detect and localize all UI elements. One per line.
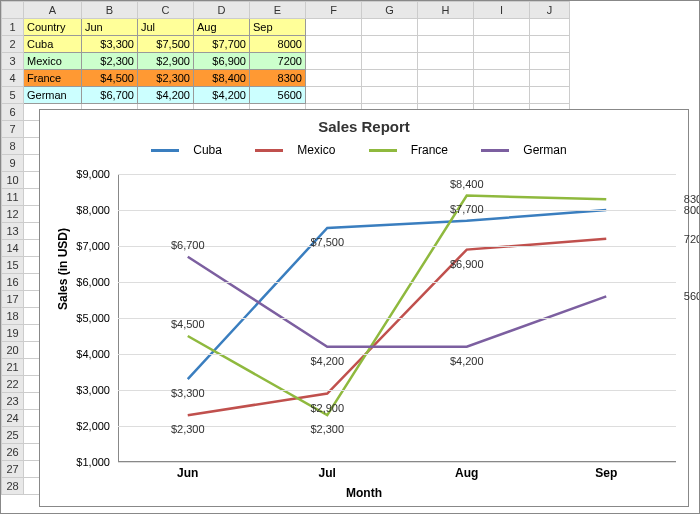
series-line-german (188, 257, 607, 347)
cell-B2[interactable]: $3,300 (82, 36, 138, 53)
y-tick-label: $2,000 (60, 420, 110, 432)
cell-E5[interactable]: 5600 (250, 87, 306, 104)
row-header-4[interactable]: 4 (2, 70, 24, 87)
cell-B4[interactable]: $4,500 (82, 70, 138, 87)
cell-A5[interactable]: German (24, 87, 82, 104)
cell-C4[interactable]: $2,300 (138, 70, 194, 87)
col-header-D[interactable]: D (194, 2, 250, 19)
data-label: $2,300 (310, 423, 344, 435)
y-tick-label: $3,000 (60, 384, 110, 396)
cell-A1[interactable]: Country (24, 19, 82, 36)
cell-C3[interactable]: $2,900 (138, 53, 194, 70)
plot-area: $3,300$7,500$7,7008000$2,300$2,900$6,900… (118, 174, 676, 462)
row-header-18[interactable]: 18 (2, 308, 24, 325)
cell-D2[interactable]: $7,700 (194, 36, 250, 53)
gridline (118, 174, 676, 175)
row-header-20[interactable]: 20 (2, 342, 24, 359)
row-5[interactable]: 5 German $6,700 $4,200 $4,200 5600 (2, 87, 570, 104)
y-tick-label: $4,000 (60, 348, 110, 360)
cell-E3[interactable]: 7200 (250, 53, 306, 70)
row-header-21[interactable]: 21 (2, 359, 24, 376)
col-header-H[interactable]: H (418, 2, 474, 19)
series-line-mexico (188, 239, 607, 415)
row-header-10[interactable]: 10 (2, 172, 24, 189)
row-header-15[interactable]: 15 (2, 257, 24, 274)
legend-swatch-mexico (255, 149, 283, 152)
legend-label-france: France (411, 143, 448, 157)
data-label: 5600 (684, 290, 700, 302)
gridline (118, 282, 676, 283)
row-header-3[interactable]: 3 (2, 53, 24, 70)
row-header-2[interactable]: 2 (2, 36, 24, 53)
row-header-6[interactable]: 6 (2, 104, 24, 121)
cell-A2[interactable]: Cuba (24, 36, 82, 53)
data-label: $6,700 (171, 239, 205, 251)
data-label: $7,500 (310, 236, 344, 248)
row-header-14[interactable]: 14 (2, 240, 24, 257)
cell-E4[interactable]: 8300 (250, 70, 306, 87)
legend-swatch-cuba (151, 149, 179, 152)
cell-E1[interactable]: Sep (250, 19, 306, 36)
col-header-F[interactable]: F (306, 2, 362, 19)
y-tick-label: $1,000 (60, 456, 110, 468)
row-header-13[interactable]: 13 (2, 223, 24, 240)
cell-A4[interactable]: France (24, 70, 82, 87)
row-header-12[interactable]: 12 (2, 206, 24, 223)
row-header-8[interactable]: 8 (2, 138, 24, 155)
col-header-B[interactable]: B (82, 2, 138, 19)
row-header-22[interactable]: 22 (2, 376, 24, 393)
data-label: $2,300 (171, 423, 205, 435)
cell-D4[interactable]: $8,400 (194, 70, 250, 87)
cell-A3[interactable]: Mexico (24, 53, 82, 70)
row-header-1[interactable]: 1 (2, 19, 24, 36)
y-tick-label: $5,000 (60, 312, 110, 324)
x-tick-label: Aug (455, 466, 478, 480)
row-header-26[interactable]: 26 (2, 444, 24, 461)
cell-D5[interactable]: $4,200 (194, 87, 250, 104)
row-3[interactable]: 3 Mexico $2,300 $2,900 $6,900 7200 (2, 53, 570, 70)
row-4[interactable]: 4 France $4,500 $2,300 $8,400 8300 (2, 70, 570, 87)
row-header-27[interactable]: 27 (2, 461, 24, 478)
chart[interactable]: Sales Report Cuba Mexico France German S… (39, 109, 689, 507)
row-header-11[interactable]: 11 (2, 189, 24, 206)
row-header-28[interactable]: 28 (2, 478, 24, 495)
x-axis-label: Month (40, 486, 688, 500)
col-header-G[interactable]: G (362, 2, 418, 19)
corner-cell[interactable] (2, 2, 24, 19)
cell-B5[interactable]: $6,700 (82, 87, 138, 104)
cell-C1[interactable]: Jul (138, 19, 194, 36)
row-1[interactable]: 1 Country Jun Jul Aug Sep (2, 19, 570, 36)
col-header-I[interactable]: I (474, 2, 530, 19)
row-header-25[interactable]: 25 (2, 427, 24, 444)
x-tick-label: Jun (177, 466, 198, 480)
data-label: 8300 (684, 193, 700, 205)
cell-B1[interactable]: Jun (82, 19, 138, 36)
row-header-19[interactable]: 19 (2, 325, 24, 342)
cell-D1[interactable]: Aug (194, 19, 250, 36)
y-tick-label: $9,000 (60, 168, 110, 180)
row-header-17[interactable]: 17 (2, 291, 24, 308)
y-tick-label: $6,000 (60, 276, 110, 288)
row-header-7[interactable]: 7 (2, 121, 24, 138)
row-header-9[interactable]: 9 (2, 155, 24, 172)
legend-label-german: German (523, 143, 566, 157)
legend: Cuba Mexico France German (40, 139, 688, 161)
gridline (118, 354, 676, 355)
cell-E2[interactable]: 8000 (250, 36, 306, 53)
cell-C5[interactable]: $4,200 (138, 87, 194, 104)
row-header-24[interactable]: 24 (2, 410, 24, 427)
row-header-23[interactable]: 23 (2, 393, 24, 410)
cell-D3[interactable]: $6,900 (194, 53, 250, 70)
col-header-A[interactable]: A (24, 2, 82, 19)
col-header-J[interactable]: J (530, 2, 570, 19)
series-line-france (188, 196, 607, 416)
row-header-16[interactable]: 16 (2, 274, 24, 291)
row-2[interactable]: 2 Cuba $3,300 $7,500 $7,700 8000 (2, 36, 570, 53)
row-header-5[interactable]: 5 (2, 87, 24, 104)
chart-title: Sales Report (40, 110, 688, 139)
y-tick-label: $8,000 (60, 204, 110, 216)
cell-C2[interactable]: $7,500 (138, 36, 194, 53)
col-header-E[interactable]: E (250, 2, 306, 19)
cell-B3[interactable]: $2,300 (82, 53, 138, 70)
col-header-C[interactable]: C (138, 2, 194, 19)
